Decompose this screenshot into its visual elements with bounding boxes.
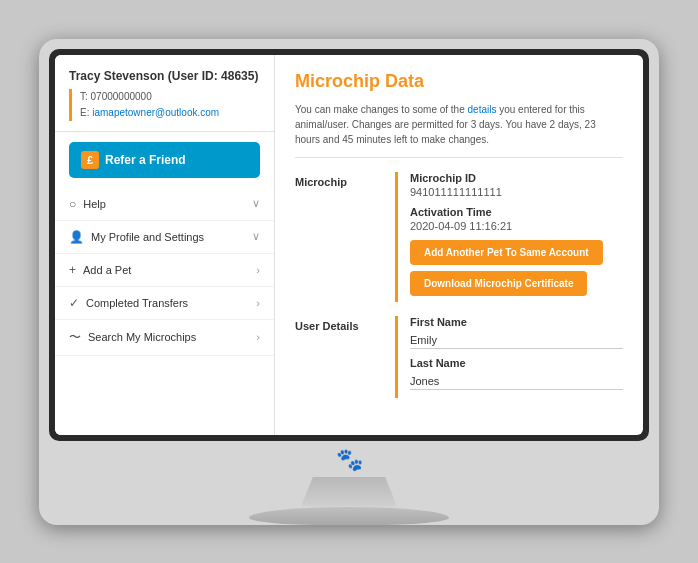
profile-contact: T: 07000000000 E: iamapetowner@outlook.c… — [69, 89, 260, 121]
stand-base — [249, 507, 449, 525]
screen: Tracy Stevenson (User ID: 48635) T: 0700… — [55, 55, 643, 435]
sidebar-item-help[interactable]: ○ Help ∨ — [55, 188, 274, 221]
last-name-input[interactable] — [410, 373, 623, 390]
paw-icon: 🐾 — [336, 447, 363, 473]
sidebar-item-profile-settings-label: My Profile and Settings — [91, 231, 204, 243]
user-details-section-label: User Details — [295, 316, 395, 398]
sidebar-item-completed-transfers-label: Completed Transfers — [86, 297, 188, 309]
microchip-id-label: Microchip ID — [410, 172, 623, 184]
activation-time-value: 2020-04-09 11:16:21 — [410, 220, 623, 232]
monitor-bottom-bar: 🐾 — [336, 441, 363, 477]
monitor-stand: 🐾 — [49, 441, 649, 525]
first-name-input[interactable] — [410, 332, 623, 349]
first-name-label: First Name — [410, 316, 623, 328]
microchip-section-data: Microchip ID 941011111111111 Activation … — [395, 172, 623, 302]
chevron-right-icon-2: › — [256, 297, 260, 309]
refer-friend-label: Refer a Friend — [105, 153, 186, 167]
content-grid: Microchip Microchip ID 941011111111111 A… — [295, 172, 623, 398]
microchip-id-value: 941011111111111 — [410, 186, 623, 198]
checkmark-icon: ✓ — [69, 296, 79, 310]
info-text: You can make changes to some of the deta… — [295, 102, 623, 158]
profile-email-link[interactable]: iamapetowner@outlook.com — [92, 107, 219, 118]
chevron-down-icon: ∨ — [252, 197, 260, 210]
last-name-row: Last Name — [410, 357, 623, 390]
sidebar-item-add-pet[interactable]: + Add a Pet › — [55, 254, 274, 287]
profile-email-row: E: iamapetowner@outlook.com — [80, 105, 260, 121]
download-certificate-button[interactable]: Download Microchip Certificate — [410, 271, 587, 296]
refer-friend-button[interactable]: £ Refer a Friend — [69, 142, 260, 178]
main-content: Microchip Data You can make changes to s… — [275, 55, 643, 435]
last-name-label: Last Name — [410, 357, 623, 369]
chevron-right-icon-3: › — [256, 331, 260, 343]
monitor: Tracy Stevenson (User ID: 48635) T: 0700… — [39, 39, 659, 525]
chevron-down-icon-2: ∨ — [252, 230, 260, 243]
first-name-row: First Name — [410, 316, 623, 349]
user-details-fields: First Name Last Name — [395, 316, 623, 398]
profile-icon: 👤 — [69, 230, 84, 244]
sidebar-item-search-microchips-label: Search My Microchips — [88, 331, 196, 343]
add-icon: + — [69, 263, 76, 277]
sidebar: Tracy Stevenson (User ID: 48635) T: 0700… — [55, 55, 275, 435]
add-pet-button[interactable]: Add Another Pet To Same Account — [410, 240, 603, 265]
sidebar-item-completed-transfers[interactable]: ✓ Completed Transfers › — [55, 287, 274, 320]
activation-time-label: Activation Time — [410, 206, 623, 218]
sidebar-item-help-label: Help — [83, 198, 106, 210]
info-highlight: details — [468, 104, 497, 115]
help-icon: ○ — [69, 197, 76, 211]
stand-neck — [289, 477, 409, 507]
chevron-right-icon: › — [256, 264, 260, 276]
microchip-section-label: Microchip — [295, 172, 395, 316]
profile-phone: T: 07000000000 — [80, 89, 260, 105]
sidebar-item-add-pet-label: Add a Pet — [83, 264, 131, 276]
page-title: Microchip Data — [295, 71, 623, 92]
sidebar-item-search-microchips[interactable]: 〜 Search My Microchips › — [55, 320, 274, 356]
pound-icon: £ — [81, 151, 99, 169]
screen-bezel: Tracy Stevenson (User ID: 48635) T: 0700… — [49, 49, 649, 441]
profile-name: Tracy Stevenson (User ID: 48635) — [69, 69, 260, 83]
wifi-icon: 〜 — [69, 329, 81, 346]
profile-section: Tracy Stevenson (User ID: 48635) T: 0700… — [55, 55, 274, 132]
sidebar-item-profile-settings[interactable]: 👤 My Profile and Settings ∨ — [55, 221, 274, 254]
